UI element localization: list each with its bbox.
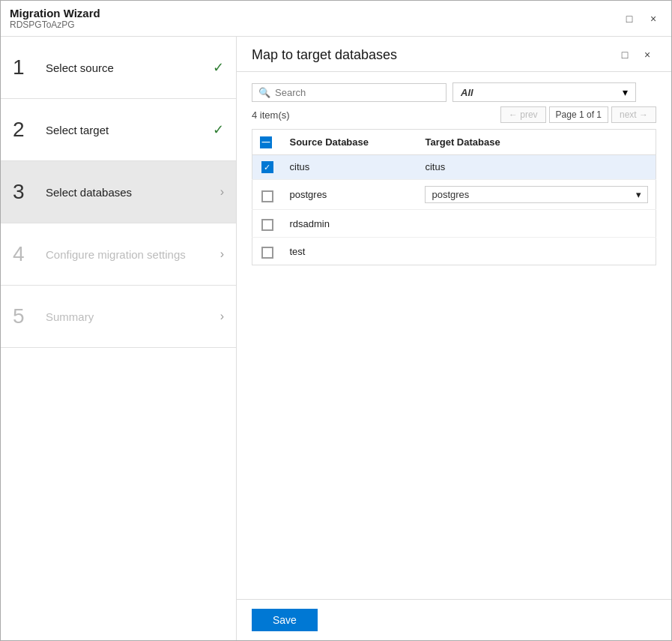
maximize-button[interactable]: □: [620, 10, 638, 28]
row-rdsadmin-target: [417, 210, 656, 238]
col-header-checkbox: —: [252, 130, 282, 155]
sidebar-step-select-target[interactable]: 2 Select target ✓: [1, 99, 236, 161]
sidebar-step-select-databases[interactable]: 3 Select databases ›: [1, 161, 236, 223]
items-count: 4 item(s): [252, 109, 494, 121]
row-citus-target: citus: [417, 154, 656, 180]
step-label-1: Select source: [40, 61, 207, 74]
row-postgres-source: postgres: [282, 180, 418, 210]
window-title-main: Migration Wizard: [10, 7, 620, 19]
main-maximize-button[interactable]: □: [616, 46, 634, 64]
filter-dropdown[interactable]: All ▾: [452, 82, 636, 102]
step-check-icon-1: ✓: [213, 59, 224, 76]
pagination-row: 4 item(s) ← prev Page 1 of 1 next →: [252, 106, 656, 123]
step-number-3: 3: [13, 181, 40, 202]
step-chevron-icon-5: ›: [220, 310, 224, 323]
prev-page-button[interactable]: ← prev: [500, 106, 546, 123]
row-postgres-dropdown-icon: ▾: [636, 189, 641, 200]
sidebar-step-select-source[interactable]: 1 Select source ✓: [1, 37, 236, 99]
page-info: Page 1 of 1: [549, 106, 608, 123]
row-citus-check-icon: ✓: [264, 163, 270, 172]
row-postgres-target-label: postgres: [432, 189, 469, 200]
main-header: Map to target databases □ ×: [237, 37, 671, 72]
next-page-button[interactable]: next →: [611, 106, 656, 123]
row-rdsadmin-source: rdsadmin: [282, 210, 418, 238]
main-title: Map to target databases: [252, 47, 616, 63]
step-label-4: Configure migration settings: [40, 248, 214, 261]
row-postgres-checkbox-cell: [252, 180, 282, 210]
window-controls: □ ×: [620, 10, 662, 28]
step-check-icon-2: ✓: [213, 121, 224, 138]
row-test-source: test: [282, 238, 418, 265]
row-citus-checkbox[interactable]: ✓: [261, 161, 273, 173]
row-test-target: [417, 238, 656, 265]
main-content: Map to target databases □ × 🔍 All ▾: [237, 37, 671, 640]
save-button[interactable]: Save: [252, 609, 318, 631]
select-all-check-icon: —: [262, 138, 270, 146]
step-label-3: Select databases: [40, 186, 214, 199]
close-button[interactable]: ×: [644, 10, 662, 28]
col-header-target: Target Database: [417, 130, 656, 155]
step-number-1: 1: [13, 57, 40, 78]
migration-wizard-window: Migration Wizard RDSPGToAzPG □ × 1 Selec…: [0, 0, 672, 641]
sidebar: 1 Select source ✓ 2 Select target ✓ 3 Se…: [1, 37, 237, 640]
step-chevron-icon-3: ›: [220, 185, 224, 199]
filter-dropdown-label: All: [461, 87, 473, 98]
step-chevron-icon-4: ›: [220, 247, 224, 261]
step-label-2: Select target: [40, 124, 207, 136]
window-body: 1 Select source ✓ 2 Select target ✓ 3 Se…: [1, 37, 671, 640]
pagination-controls: ← prev Page 1 of 1 next →: [500, 106, 656, 123]
sidebar-step-summary: 5 Summary ›: [1, 286, 236, 348]
main-close-button[interactable]: ×: [638, 46, 656, 64]
main-body: 🔍 All ▾ 4 item(s) ← prev Page 1 of 1 nex…: [237, 72, 671, 599]
table-row: postgres postgres ▾: [252, 180, 656, 210]
search-box: 🔍: [252, 83, 447, 102]
step-number-5: 5: [13, 306, 40, 327]
table-row: rdsadmin: [252, 210, 656, 238]
row-test-checkbox-cell: [252, 238, 282, 265]
footer-bar: Save: [237, 599, 671, 640]
row-rdsadmin-checkbox[interactable]: [261, 219, 273, 231]
search-icon: 🔍: [258, 87, 270, 98]
titlebar: Migration Wizard RDSPGToAzPG □ ×: [1, 1, 671, 37]
select-all-checkbox[interactable]: —: [260, 136, 272, 148]
row-citus-source: citus: [282, 154, 418, 180]
table-row: ✓ citus citus: [252, 154, 656, 180]
filter-dropdown-chevron-icon: ▾: [623, 86, 628, 98]
step-label-5: Summary: [40, 310, 214, 323]
database-table: — Source Database Target Database: [252, 129, 656, 265]
row-test-checkbox[interactable]: [261, 247, 273, 259]
row-postgres-target-dropdown[interactable]: postgres ▾: [425, 186, 648, 203]
main-header-controls: □ ×: [616, 46, 656, 64]
row-postgres-checkbox[interactable]: [261, 190, 273, 202]
search-input[interactable]: [275, 87, 440, 98]
window-subtitle: RDSPGToAzPG: [10, 19, 620, 30]
table-header-row: — Source Database Target Database: [252, 130, 656, 155]
row-rdsadmin-checkbox-cell: [252, 210, 282, 238]
col-header-source: Source Database: [282, 130, 418, 155]
table-row: test: [252, 238, 656, 265]
sidebar-bottom: [1, 348, 236, 640]
row-postgres-target-cell: postgres ▾: [417, 180, 656, 210]
toolbar-row: 🔍 All ▾: [252, 82, 656, 102]
row-citus-checkbox-cell: ✓: [252, 154, 282, 180]
step-number-4: 4: [13, 244, 40, 265]
window-title-group: Migration Wizard RDSPGToAzPG: [10, 7, 620, 30]
step-number-2: 2: [13, 119, 40, 140]
sidebar-step-configure-migration: 4 Configure migration settings ›: [1, 223, 236, 286]
